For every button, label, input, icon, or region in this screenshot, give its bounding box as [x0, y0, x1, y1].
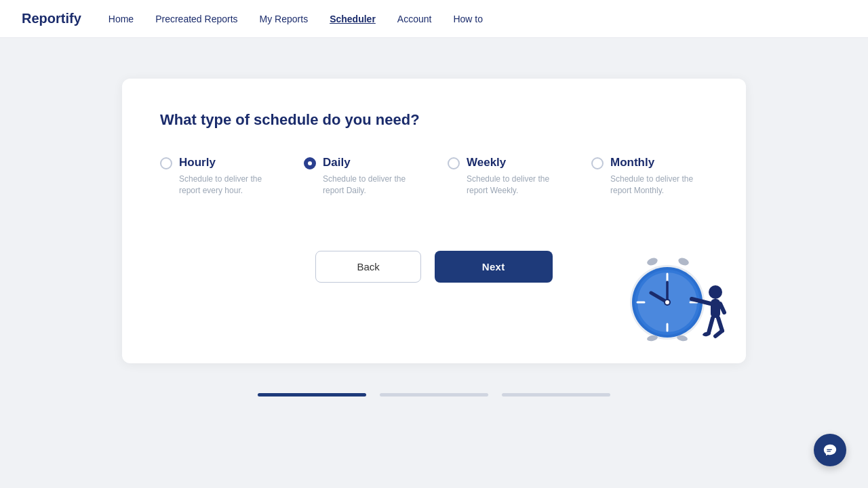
- option-monthly-label: Monthly: [610, 156, 708, 169]
- svg-point-16: [709, 285, 722, 299]
- next-button[interactable]: Next: [435, 251, 553, 283]
- option-hourly-label: Hourly: [179, 156, 277, 169]
- option-monthly-description: Schedule to deliver the report Monthly.: [610, 174, 708, 197]
- progress-step-1: [258, 393, 366, 396]
- radio-daily[interactable]: [304, 157, 316, 169]
- clock-illustration: [610, 228, 746, 363]
- option-hourly[interactable]: Hourly Schedule to deliver the report ev…: [160, 156, 277, 197]
- option-weekly-description: Schedule to deliver the report Weekly.: [467, 174, 564, 197]
- progress-step-3: [502, 393, 610, 396]
- option-daily-label: Daily: [323, 156, 420, 169]
- radio-monthly[interactable]: [591, 157, 604, 169]
- svg-point-0: [646, 257, 658, 267]
- card-title: What type of schedule do you need?: [160, 111, 708, 129]
- main-content: What type of schedule do you need? Hourl…: [0, 38, 868, 377]
- chat-button[interactable]: [814, 434, 846, 466]
- brand-logo: Reportify: [22, 11, 81, 26]
- svg-rect-17: [711, 299, 720, 318]
- option-daily-description: Schedule to deliver the report Daily.: [323, 174, 420, 197]
- nav-scheduler[interactable]: Scheduler: [330, 14, 376, 24]
- option-hourly-description: Schedule to deliver the report every hou…: [179, 174, 277, 197]
- chat-icon: [823, 443, 837, 458]
- nav-how-to[interactable]: How to: [453, 14, 483, 24]
- radio-hourly[interactable]: [160, 157, 172, 169]
- option-monthly[interactable]: Monthly Schedule to deliver the report M…: [591, 156, 708, 197]
- schedule-options: Hourly Schedule to deliver the report ev…: [160, 156, 708, 197]
- navbar: Reportify Home Precreated Reports My Rep…: [0, 0, 868, 38]
- svg-point-1: [677, 257, 690, 267]
- nav-links: Home Precreated Reports My Reports Sched…: [108, 14, 483, 24]
- option-weekly[interactable]: Weekly Schedule to deliver the report We…: [448, 156, 564, 197]
- svg-line-20: [709, 318, 713, 333]
- svg-line-22: [715, 331, 722, 336]
- svg-point-13: [665, 300, 669, 304]
- nav-home[interactable]: Home: [108, 14, 134, 24]
- schedule-card: What type of schedule do you need? Hourl…: [122, 79, 746, 363]
- nav-account[interactable]: Account: [397, 14, 432, 24]
- svg-line-19: [720, 304, 724, 312]
- option-weekly-label: Weekly: [467, 156, 564, 169]
- nav-my-reports[interactable]: My Reports: [260, 14, 309, 24]
- back-button[interactable]: Back: [315, 251, 420, 283]
- progress-step-2: [380, 393, 488, 396]
- radio-weekly[interactable]: [448, 157, 460, 169]
- option-daily[interactable]: Daily Schedule to deliver the report Dai…: [304, 156, 420, 197]
- progress-indicator: [0, 393, 868, 396]
- nav-precreated-reports[interactable]: Precreated Reports: [155, 14, 237, 24]
